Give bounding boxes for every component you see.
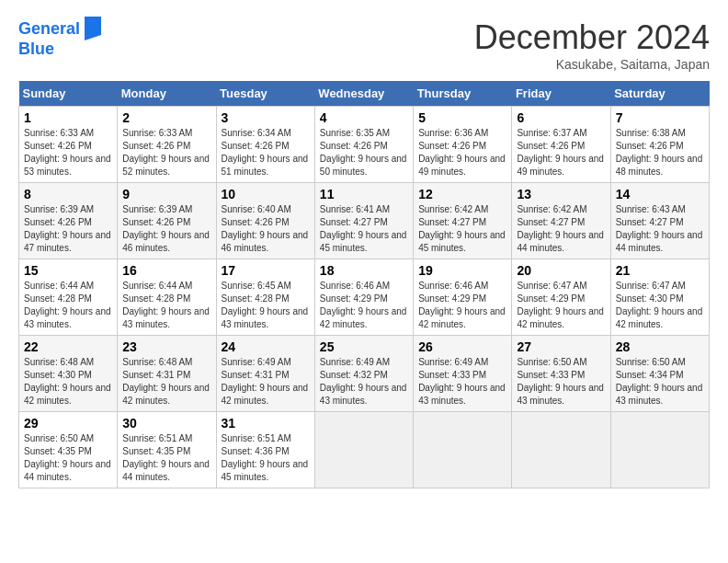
table-row: 23 Sunrise: 6:48 AM Sunset: 4:31 PM Dayl… <box>118 336 216 412</box>
day-info: Sunrise: 6:34 AM Sunset: 4:26 PM Dayligh… <box>222 127 310 178</box>
day-number: 14 <box>616 187 704 201</box>
day-info: Sunrise: 6:50 AM Sunset: 4:33 PM Dayligh… <box>517 356 605 408</box>
table-row: 27 Sunrise: 6:50 AM Sunset: 4:33 PM Dayl… <box>512 336 610 412</box>
table-row: 17 Sunrise: 6:45 AM Sunset: 4:28 PM Dayl… <box>216 259 314 336</box>
header-saturday: Saturday <box>610 81 709 107</box>
day-info: Sunrise: 6:39 AM Sunset: 4:26 PM Dayligh… <box>24 203 112 255</box>
day-info: Sunrise: 6:41 AM Sunset: 4:27 PM Dayligh… <box>320 203 408 255</box>
table-row: 13 Sunrise: 6:42 AM Sunset: 4:27 PM Dayl… <box>512 183 610 259</box>
calendar-week-row: 1 Sunrise: 6:33 AM Sunset: 4:26 PM Dayli… <box>19 107 710 183</box>
title-block: December 2024 Kasukabe, Saitama, Japan <box>474 18 710 72</box>
table-row: 20 Sunrise: 6:47 AM Sunset: 4:29 PM Dayl… <box>512 259 610 336</box>
day-info: Sunrise: 6:49 AM Sunset: 4:33 PM Dayligh… <box>418 356 506 408</box>
day-info: Sunrise: 6:48 AM Sunset: 4:30 PM Dayligh… <box>24 356 112 408</box>
day-number: 4 <box>320 110 408 125</box>
logo-icon <box>81 17 101 40</box>
table-row: 29 Sunrise: 6:50 AM Sunset: 4:35 PM Dayl… <box>19 412 118 488</box>
table-row: 25 Sunrise: 6:49 AM Sunset: 4:32 PM Dayl… <box>314 336 413 412</box>
table-row: 30 Sunrise: 6:51 AM Sunset: 4:35 PM Dayl… <box>118 412 216 488</box>
day-info: Sunrise: 6:33 AM Sunset: 4:26 PM Dayligh… <box>24 127 112 178</box>
day-info: Sunrise: 6:42 AM Sunset: 4:27 PM Dayligh… <box>517 203 605 255</box>
day-number: 31 <box>222 416 310 431</box>
day-number: 24 <box>222 339 310 354</box>
day-number: 22 <box>24 339 112 354</box>
day-info: Sunrise: 6:38 AM Sunset: 4:26 PM Dayligh… <box>616 127 704 178</box>
day-number: 26 <box>418 339 506 354</box>
table-row: 2 Sunrise: 6:33 AM Sunset: 4:26 PM Dayli… <box>118 107 216 183</box>
month-title: December 2024 <box>474 18 710 57</box>
calendar-week-row: 22 Sunrise: 6:48 AM Sunset: 4:30 PM Dayl… <box>19 336 710 412</box>
day-info: Sunrise: 6:47 AM Sunset: 4:30 PM Dayligh… <box>616 280 704 331</box>
table-row: 24 Sunrise: 6:49 AM Sunset: 4:31 PM Dayl… <box>216 336 314 412</box>
day-info: Sunrise: 6:46 AM Sunset: 4:29 PM Dayligh… <box>418 280 506 331</box>
day-number: 8 <box>24 187 112 201</box>
table-row: 11 Sunrise: 6:41 AM Sunset: 4:27 PM Dayl… <box>314 183 413 259</box>
day-info: Sunrise: 6:44 AM Sunset: 4:28 PM Dayligh… <box>122 280 210 331</box>
table-row: 26 Sunrise: 6:49 AM Sunset: 4:33 PM Dayl… <box>414 336 512 412</box>
table-row <box>610 412 709 488</box>
calendar-table: Sunday Monday Tuesday Wednesday Thursday… <box>18 81 710 488</box>
day-number: 23 <box>122 339 210 354</box>
day-number: 20 <box>517 263 605 278</box>
table-row: 1 Sunrise: 6:33 AM Sunset: 4:26 PM Dayli… <box>19 107 118 183</box>
day-number: 10 <box>222 187 310 201</box>
table-row: 4 Sunrise: 6:35 AM Sunset: 4:26 PM Dayli… <box>314 107 413 183</box>
table-row: 22 Sunrise: 6:48 AM Sunset: 4:30 PM Dayl… <box>19 336 118 412</box>
day-number: 29 <box>24 416 112 431</box>
header-thursday: Thursday <box>414 81 512 107</box>
day-number: 16 <box>122 263 210 278</box>
table-row: 19 Sunrise: 6:46 AM Sunset: 4:29 PM Dayl… <box>414 259 512 336</box>
table-row <box>314 412 413 488</box>
day-number: 2 <box>122 110 210 125</box>
day-number: 27 <box>517 339 605 354</box>
table-row <box>512 412 610 488</box>
day-info: Sunrise: 6:37 AM Sunset: 4:26 PM Dayligh… <box>517 127 605 178</box>
calendar-header-row: Sunday Monday Tuesday Wednesday Thursday… <box>19 81 710 107</box>
logo-blue-text: Blue <box>18 40 101 59</box>
day-info: Sunrise: 6:45 AM Sunset: 4:28 PM Dayligh… <box>222 280 310 331</box>
day-number: 11 <box>320 187 408 201</box>
table-row <box>414 412 512 488</box>
day-number: 12 <box>418 187 506 201</box>
logo: General Blue <box>18 18 101 59</box>
day-info: Sunrise: 6:48 AM Sunset: 4:31 PM Dayligh… <box>122 356 210 408</box>
day-number: 30 <box>122 416 210 431</box>
day-info: Sunrise: 6:49 AM Sunset: 4:31 PM Dayligh… <box>222 356 310 408</box>
table-row: 28 Sunrise: 6:50 AM Sunset: 4:34 PM Dayl… <box>610 336 709 412</box>
header-wednesday: Wednesday <box>314 81 413 107</box>
calendar-week-row: 8 Sunrise: 6:39 AM Sunset: 4:26 PM Dayli… <box>19 183 710 259</box>
day-info: Sunrise: 6:36 AM Sunset: 4:26 PM Dayligh… <box>418 127 506 178</box>
day-info: Sunrise: 6:51 AM Sunset: 4:36 PM Dayligh… <box>222 432 310 484</box>
day-number: 25 <box>320 339 408 354</box>
day-number: 9 <box>122 187 210 201</box>
day-info: Sunrise: 6:33 AM Sunset: 4:26 PM Dayligh… <box>122 127 210 178</box>
table-row: 10 Sunrise: 6:40 AM Sunset: 4:26 PM Dayl… <box>216 183 314 259</box>
table-row: 18 Sunrise: 6:46 AM Sunset: 4:29 PM Dayl… <box>314 259 413 336</box>
header-monday: Monday <box>118 81 216 107</box>
svg-marker-0 <box>85 17 101 40</box>
day-info: Sunrise: 6:50 AM Sunset: 4:34 PM Dayligh… <box>616 356 704 408</box>
calendar-week-row: 29 Sunrise: 6:50 AM Sunset: 4:35 PM Dayl… <box>19 412 710 488</box>
header-friday: Friday <box>512 81 610 107</box>
day-info: Sunrise: 6:40 AM Sunset: 4:26 PM Dayligh… <box>222 203 310 255</box>
table-row: 16 Sunrise: 6:44 AM Sunset: 4:28 PM Dayl… <box>118 259 216 336</box>
day-info: Sunrise: 6:44 AM Sunset: 4:28 PM Dayligh… <box>24 280 112 331</box>
header-tuesday: Tuesday <box>216 81 314 107</box>
logo-text: General <box>18 20 80 39</box>
table-row: 6 Sunrise: 6:37 AM Sunset: 4:26 PM Dayli… <box>512 107 610 183</box>
day-number: 7 <box>616 110 704 125</box>
table-row: 5 Sunrise: 6:36 AM Sunset: 4:26 PM Dayli… <box>414 107 512 183</box>
day-number: 1 <box>24 110 112 125</box>
day-number: 28 <box>616 339 704 354</box>
day-info: Sunrise: 6:50 AM Sunset: 4:35 PM Dayligh… <box>24 432 112 484</box>
day-info: Sunrise: 6:49 AM Sunset: 4:32 PM Dayligh… <box>320 356 408 408</box>
day-number: 13 <box>517 187 605 201</box>
day-number: 6 <box>517 110 605 125</box>
calendar-week-row: 15 Sunrise: 6:44 AM Sunset: 4:28 PM Dayl… <box>19 259 710 336</box>
table-row: 14 Sunrise: 6:43 AM Sunset: 4:27 PM Dayl… <box>610 183 709 259</box>
day-number: 19 <box>418 263 506 278</box>
day-info: Sunrise: 6:42 AM Sunset: 4:27 PM Dayligh… <box>418 203 506 255</box>
day-number: 3 <box>222 110 310 125</box>
table-row: 15 Sunrise: 6:44 AM Sunset: 4:28 PM Dayl… <box>19 259 118 336</box>
location-text: Kasukabe, Saitama, Japan <box>474 57 710 72</box>
